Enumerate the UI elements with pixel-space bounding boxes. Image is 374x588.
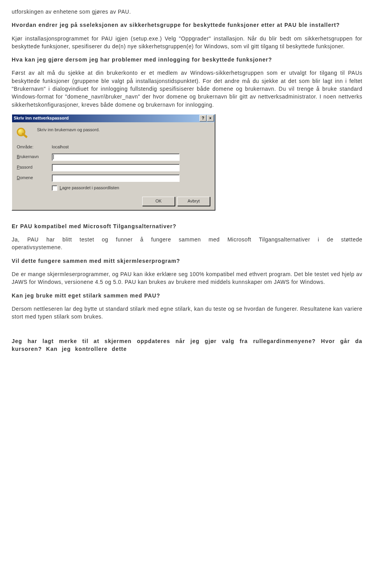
password-label: Passord — [17, 164, 52, 171]
help-button[interactable]: ? — [199, 115, 206, 121]
question-heading: Jeg har lagt merke til at skjermen oppda… — [12, 337, 362, 353]
network-password-dialog: Skriv inn nettverkspassord ? × Skriv inn… — [12, 114, 215, 211]
dialog-title: Skriv inn nettverkspassord — [14, 115, 69, 121]
dialog-instruction: Skriv inn brukernavn og passord. — [37, 127, 100, 133]
question-heading: Hva kan jeg gjøre dersom jeg har problem… — [12, 56, 362, 63]
answer-text: Dersom nettleseren lar deg bytte ut stan… — [12, 305, 362, 321]
answer-text: Kjør installasjonsprogrammet for PAU igj… — [12, 35, 362, 51]
username-field[interactable] — [52, 153, 180, 161]
question-heading: Vil dette fungere sammen med mitt skjerm… — [12, 257, 362, 265]
answer-text: Først av alt må du sjekke at din brukerk… — [12, 69, 362, 108]
question-heading: Kan jeg bruke mitt eget stilark sammen m… — [12, 292, 362, 299]
area-value: localhost — [52, 144, 210, 150]
area-label: Område: — [17, 144, 52, 150]
dialog-titlebar: Skriv inn nettverkspassord ? × — [12, 114, 215, 122]
password-field[interactable] — [52, 164, 180, 171]
answer-text: Ja, PAU har blitt testet og funner å fun… — [12, 236, 362, 252]
question-heading: Hvordan endrer jeg på sseleksjonen av si… — [12, 21, 362, 29]
domain-field[interactable] — [52, 174, 180, 182]
body-text: utforskingen av enhetene som gjøres av P… — [12, 8, 362, 16]
ok-button[interactable]: OK — [142, 197, 175, 206]
save-password-label: Lagre passordet i passordlisten — [60, 185, 119, 191]
close-button[interactable]: × — [207, 115, 214, 121]
question-heading: Er PAU kompatibel med Microsoft Tilgangs… — [12, 222, 362, 230]
domain-label: Domene — [17, 175, 52, 181]
key-icon — [17, 127, 29, 139]
save-password-checkbox[interactable] — [52, 185, 57, 191]
answer-text: De er mange skjermleserprogrammer, og PA… — [12, 270, 362, 286]
username-label: Brukernavn — [17, 154, 52, 160]
cancel-button[interactable]: Avbryt — [177, 197, 210, 206]
